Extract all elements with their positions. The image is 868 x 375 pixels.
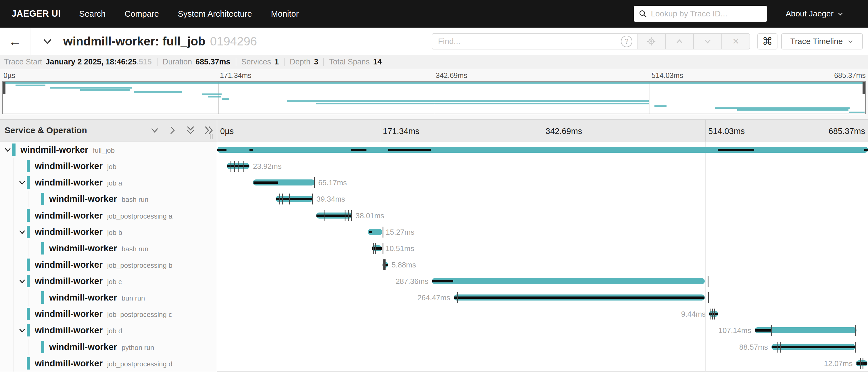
span-name-cell[interactable]: windmill-workerjob a [0, 174, 217, 191]
span-timeline-cell: 88.57ms [217, 339, 868, 355]
nav-item-search[interactable]: Search [79, 9, 106, 19]
span-name-cell[interactable]: windmill-workerjob c [0, 273, 217, 289]
span-log-tick [312, 194, 313, 204]
service-color-bar [41, 193, 44, 205]
nav-item-system-architecture[interactable]: System Architecture [178, 9, 252, 19]
span-log-tick [289, 194, 290, 204]
service-name: windmill-workerbun run [49, 292, 145, 303]
span-bar[interactable] [217, 147, 868, 153]
service-color-bar [27, 259, 30, 271]
span-expand-toggle[interactable] [18, 326, 26, 335]
summary-value: 685.37ms [195, 58, 230, 66]
span-duration-label: 264.47ms [417, 293, 450, 302]
tree-guide-line [28, 191, 28, 207]
span-expand-toggle[interactable] [3, 145, 12, 154]
span-self-time-segment [864, 149, 868, 151]
span-row: windmill-workerjob b15.27ms [0, 224, 868, 240]
span-name-cell[interactable]: windmill-workerbash run [0, 240, 217, 257]
nav-item-compare[interactable]: Compare [125, 9, 159, 19]
span-row: windmill-workerjob23.92ms [0, 158, 868, 174]
span-log-tick [457, 292, 458, 303]
chevron-down-icon [18, 178, 26, 187]
chevron-up-icon [675, 37, 684, 46]
service-color-bar [41, 341, 44, 353]
minimap-time-axis: 0µs171.34ms342.69ms514.03ms685.37ms [0, 71, 868, 81]
minimap-right-scrub-handle[interactable] [863, 82, 865, 94]
operation-name: bash run [122, 196, 148, 203]
trace-lookup-input[interactable] [651, 9, 762, 19]
trace-view-select[interactable]: Trace Timeline [781, 33, 863, 50]
span-name-cell[interactable]: windmill-workerjob b [0, 224, 217, 240]
span-name-cell[interactable]: windmill-workerfull_job [0, 142, 217, 158]
span-name-cell[interactable]: windmill-workerjob_postprocessing d [0, 355, 217, 372]
span-name-cell[interactable]: windmill-workerpython run [0, 339, 217, 355]
span-name-cell[interactable]: windmill-workerjob_postprocessing b [0, 257, 217, 273]
summary-value-suffix: .515 [136, 58, 152, 66]
keyboard-shortcuts-button[interactable]: ⌘ [757, 33, 777, 50]
operation-name: full_job [93, 146, 115, 154]
service-color-bar [27, 357, 30, 370]
top-nav: JAEGER UI SearchCompareSystem Architectu… [0, 0, 868, 28]
span-name-cell[interactable]: windmill-workerjob_postprocessing a [0, 207, 217, 224]
find-prev-button[interactable] [666, 33, 694, 50]
trace-collapse-toggle[interactable] [41, 35, 54, 48]
minimap-viewport[interactable] [2, 81, 866, 114]
span-name-cell[interactable]: windmill-workerbun run [0, 289, 217, 306]
service-name: windmill-workerbash run [49, 243, 148, 254]
chevron-down-icon [847, 38, 854, 45]
minimap-span-bar [202, 93, 222, 95]
collapse-one-button[interactable] [150, 125, 160, 136]
find-clear-button[interactable]: ✕ [722, 33, 750, 50]
span-name-cell[interactable]: windmill-workerbash run [0, 191, 217, 207]
service-color-bar [41, 291, 44, 304]
span-row: windmill-workerjob_postprocessing c9.44m… [0, 306, 868, 322]
collapse-all-button[interactable] [185, 125, 196, 136]
span-name-cell[interactable]: windmill-workerjob_postprocessing c [0, 306, 217, 322]
span-duration-label: 15.27ms [386, 228, 414, 237]
minimap-axis-tick: 171.34ms [220, 71, 251, 80]
nav-item-monitor[interactable]: Monitor [271, 9, 299, 19]
span-duration-label: 65.17ms [318, 178, 347, 187]
chevron-down-icon [41, 35, 54, 48]
tree-guide-line [13, 257, 14, 273]
expand-one-button[interactable] [167, 125, 178, 136]
span-log-tick [711, 309, 711, 319]
summary-separator [323, 58, 324, 66]
span-name-cell[interactable]: windmill-workerjob d [0, 322, 217, 339]
operation-name: python run [122, 344, 154, 351]
span-bar[interactable] [432, 278, 705, 284]
span-log-tick [348, 210, 349, 221]
span-expand-toggle[interactable] [18, 178, 26, 187]
span-log-tick [855, 325, 856, 336]
service-name: windmill-workerjob_postprocessing b [35, 260, 173, 270]
chevron-down-icon [18, 228, 26, 236]
find-input[interactable] [432, 33, 616, 50]
summary-label: Total Spans [329, 58, 370, 66]
about-jaeger-menu[interactable]: About Jaeger [785, 9, 844, 19]
span-duration-label: 10.51ms [385, 244, 414, 253]
jaeger-logo[interactable]: JAEGER UI [11, 9, 61, 19]
find-next-button[interactable] [694, 33, 722, 50]
operation-name: job b [107, 229, 122, 236]
summary-separator [236, 58, 236, 66]
timeline-header-gridline [542, 120, 543, 141]
minimap-axis-tick: 0µs [3, 71, 15, 80]
span-expand-toggle[interactable] [18, 228, 26, 236]
find-help-button[interactable]: ? [616, 33, 638, 50]
span-log-tick [708, 292, 709, 303]
span-expand-toggle[interactable] [18, 277, 26, 286]
summary-label: Trace Start [4, 58, 42, 66]
tree-guide-line [28, 240, 28, 257]
minimap-left-scrub-handle[interactable] [3, 82, 5, 94]
span-row: windmill-workerbash run10.51ms [0, 240, 868, 257]
back-button[interactable]: ← [0, 28, 30, 55]
timeline-axis-tick: 0µs [220, 126, 234, 136]
minimap-axis-tick: 342.69ms [436, 71, 467, 80]
trace-header: ← windmill-worker: full_job 0194296 ? ✕ [0, 28, 868, 55]
find-locate-button[interactable] [638, 33, 666, 50]
column-resize-grip[interactable] [210, 134, 213, 139]
span-row: windmill-workerjob_postprocessing a38.01… [0, 207, 868, 224]
tree-guide-line [13, 174, 14, 191]
span-name-cell[interactable]: windmill-workerjob [0, 158, 217, 174]
service-name: windmill-workerjob_postprocessing d [35, 358, 173, 369]
